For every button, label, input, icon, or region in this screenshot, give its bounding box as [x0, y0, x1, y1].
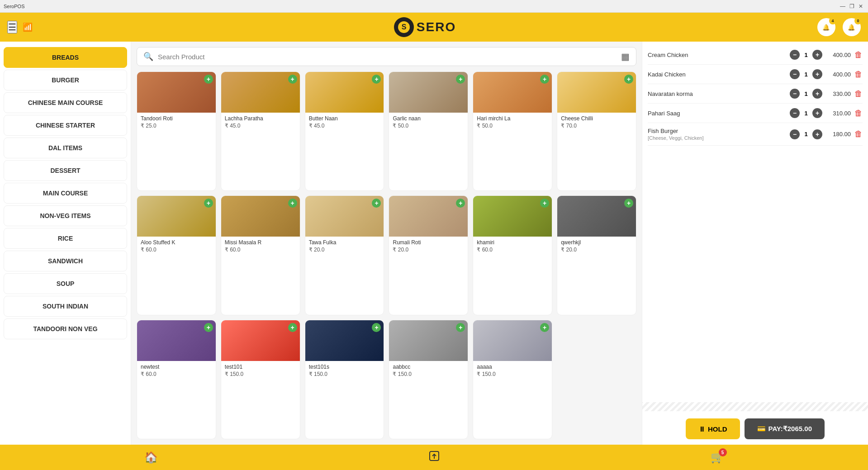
product-price-newtest: ₹ 60.0: [141, 371, 212, 377]
home-button[interactable]: 🏠: [144, 451, 158, 464]
header: ☰ 📶 S SERO 🔔 4 🔔 0: [0, 13, 868, 42]
qty-num-pahari-saag: 1: [802, 110, 810, 117]
product-price-khamiri: ₹ 60.0: [477, 247, 548, 253]
sidebar-item-burger[interactable]: BURGER: [4, 70, 127, 90]
product-card-aabbcc[interactable]: + aabbcc ₹ 150.0: [389, 320, 468, 439]
add-product-lachha-paratha[interactable]: +: [288, 75, 297, 84]
product-price-butter-naan: ₹ 45.0: [309, 123, 380, 129]
product-card-hari-mirchi-la[interactable]: + Hari mirchi La ₹ 50.0: [473, 71, 552, 191]
notification-button-2[interactable]: 🔔 0: [843, 18, 861, 36]
pause-icon: ⏸: [698, 425, 705, 433]
qty-minus-cream-chicken[interactable]: −: [790, 50, 800, 60]
qty-plus-fish-burger[interactable]: +: [812, 129, 822, 139]
home-icon: 🏠: [144, 451, 158, 463]
add-product-aabbcc[interactable]: +: [456, 323, 465, 332]
qty-num-cream-chicken: 1: [802, 52, 810, 58]
cart-item-kadai-chicken: Kadai Chicken − 1 + 400.00 🗑: [648, 65, 863, 84]
qty-num-kadai-chicken: 1: [802, 71, 810, 78]
product-price-missi-masala-r: ₹ 60.0: [225, 247, 296, 253]
delete-item-navaratan-korma[interactable]: 🗑: [854, 89, 863, 99]
cart-items: Cream Chicken − 1 + 400.00 🗑 Kadai Chick…: [642, 42, 868, 400]
add-product-tandoori-roti[interactable]: +: [204, 75, 213, 84]
sidebar-item-main-course[interactable]: MAIN COURSE: [4, 183, 127, 204]
qty-minus-fish-burger[interactable]: −: [790, 129, 800, 139]
close-button[interactable]: ✕: [857, 3, 864, 10]
delete-item-kadai-chicken[interactable]: 🗑: [854, 70, 863, 79]
qty-num-navaratan-korma: 1: [802, 90, 810, 97]
product-card-newtest[interactable]: + newtest ₹ 60.0: [137, 320, 216, 439]
sidebar-item-south-indian[interactable]: SOUTH INDIAN: [4, 296, 127, 317]
product-name-butter-naan: Butter Naan: [309, 115, 380, 122]
sidebar-item-soup[interactable]: SOUP: [4, 273, 127, 294]
header-left: ☰ 📶: [7, 21, 33, 33]
cart-item-price-kadai-chicken: 400.00: [826, 71, 851, 78]
sidebar-item-sandwich[interactable]: SANDWICH: [4, 251, 127, 271]
sidebar-item-chinese-starter[interactable]: CHINESE STARTER: [4, 115, 127, 136]
product-price-aaaaa: ₹ 150.0: [477, 371, 548, 377]
add-product-missi-masala-r[interactable]: +: [288, 199, 297, 208]
qty-plus-kadai-chicken[interactable]: +: [812, 69, 822, 79]
cart-item-name-kadai-chicken: Kadai Chicken: [648, 71, 786, 78]
hamburger-button[interactable]: ☰: [7, 21, 17, 33]
upload-button[interactable]: [428, 450, 441, 465]
product-card-missi-masala-r[interactable]: + Missi Masala R ₹ 60.0: [221, 195, 300, 315]
cart-item-price-fish-burger: 180.00: [826, 131, 851, 138]
product-card-cheese-chilli[interactable]: + Cheese Chilli ₹ 70.0: [557, 71, 636, 191]
add-product-newtest[interactable]: +: [204, 323, 213, 332]
delete-item-fish-burger[interactable]: 🗑: [854, 129, 863, 139]
upload-svg-icon: [428, 450, 441, 462]
product-name-tawa-fulka: Tawa Fulka: [309, 239, 380, 246]
cart-item-fish-burger: Fish Burger [Cheese, Veggi, Chicken] − 1…: [648, 123, 863, 146]
product-card-garlic-naan[interactable]: + Garlic naan ₹ 50.0: [389, 71, 468, 191]
sidebar-item-breads[interactable]: BREADS: [4, 47, 127, 68]
product-card-aloo-stuffed-k[interactable]: + Aloo Stuffed K ₹ 60.0: [137, 195, 216, 315]
product-area: 🔍 ▦ + Tandoori Roti ₹ 25.0 + Lachha Para…: [131, 42, 642, 445]
qty-minus-pahari-saag[interactable]: −: [790, 108, 800, 118]
product-card-aaaaa[interactable]: + aaaaa ₹ 150.0: [473, 320, 552, 439]
qty-minus-kadai-chicken[interactable]: −: [790, 69, 800, 79]
sidebar-item-dessert[interactable]: DESSERT: [4, 160, 127, 181]
product-card-rumali-roti[interactable]: + Rumali Roti ₹ 20.0: [389, 195, 468, 315]
add-product-test101[interactable]: +: [288, 323, 297, 332]
delete-item-cream-chicken[interactable]: 🗑: [854, 50, 863, 60]
product-price-hari-mirchi-la: ₹ 50.0: [477, 123, 548, 129]
sidebar-item-chinese-main-course[interactable]: CHINESE MAIN COURSE: [4, 92, 127, 113]
product-card-tandoori-roti[interactable]: + Tandoori Roti ₹ 25.0: [137, 71, 216, 191]
product-price-test101s: ₹ 150.0: [309, 371, 380, 377]
product-card-butter-naan[interactable]: + Butter Naan ₹ 45.0: [305, 71, 384, 191]
product-card-lachha-paratha[interactable]: + Lachha Paratha ₹ 45.0: [221, 71, 300, 191]
product-name-garlic-naan: Garlic naan: [393, 115, 464, 122]
delete-item-pahari-saag[interactable]: 🗑: [854, 109, 863, 118]
qty-minus-navaratan-korma[interactable]: −: [790, 89, 800, 99]
product-name-aaaaa: aaaaa: [477, 364, 548, 370]
cart-item-price-cream-chicken: 400.00: [826, 52, 851, 58]
product-card-qwerhkjl[interactable]: + qwerhkjl ₹ 20.0: [557, 195, 636, 315]
minimize-button[interactable]: —: [839, 3, 846, 10]
product-name-newtest: newtest: [141, 364, 212, 370]
add-product-cheese-chilli[interactable]: +: [624, 75, 633, 84]
product-price-test101: ₹ 150.0: [225, 371, 296, 377]
add-product-aaaaa[interactable]: +: [540, 323, 549, 332]
product-card-tawa-fulka[interactable]: + Tawa Fulka ₹ 20.0: [305, 195, 384, 315]
cart-footer: ⏸ HOLD 💳 PAY:₹2065.00: [642, 413, 868, 445]
hold-button[interactable]: ⏸ HOLD: [686, 418, 740, 439]
product-price-aabbcc: ₹ 150.0: [393, 371, 464, 377]
restore-button[interactable]: ❐: [848, 3, 855, 10]
notification-button-1[interactable]: 🔔 4: [817, 18, 835, 36]
product-name-aloo-stuffed-k: Aloo Stuffed K: [141, 239, 212, 246]
footer-bar: 🏠 🛒 5: [0, 445, 868, 470]
qty-plus-pahari-saag[interactable]: +: [812, 108, 822, 118]
sidebar-item-dal-items[interactable]: DAL ITEMS: [4, 138, 127, 158]
pay-button[interactable]: 💳 PAY:₹2065.00: [745, 418, 825, 439]
search-input[interactable]: [158, 53, 617, 61]
sidebar-item-tandoori-non-veg[interactable]: TANDOORI NON VEG: [4, 318, 127, 339]
sidebar-item-rice[interactable]: RICE: [4, 228, 127, 249]
barcode-icon[interactable]: ▦: [621, 51, 630, 62]
product-card-khamiri[interactable]: + khamiri ₹ 60.0: [473, 195, 552, 315]
product-card-test101[interactable]: + test101 ₹ 150.0: [221, 320, 300, 439]
product-card-test101s[interactable]: + test101s ₹ 150.0: [305, 320, 384, 439]
cart-button[interactable]: 🛒 5: [711, 451, 724, 464]
sidebar-item-non-veg-items[interactable]: NON-VEG ITEMS: [4, 205, 127, 226]
qty-plus-cream-chicken[interactable]: +: [812, 50, 822, 60]
qty-plus-navaratan-korma[interactable]: +: [812, 89, 822, 99]
